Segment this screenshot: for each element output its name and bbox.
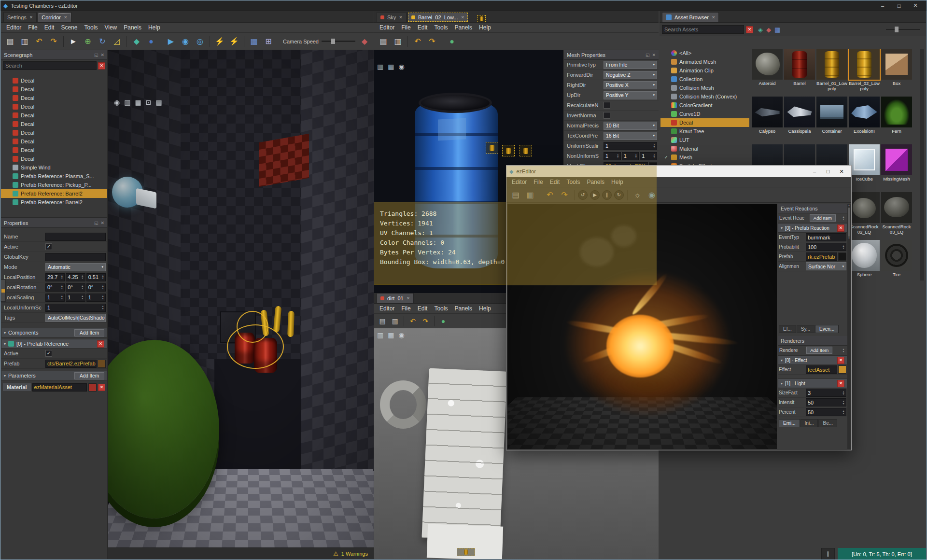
localscaling-spinner-1[interactable]: 1▴▾ <box>66 294 85 302</box>
close-tab-icon[interactable]: ✕ <box>29 15 33 20</box>
particle-menu-file[interactable]: File <box>530 178 546 186</box>
scale-icon[interactable]: ◿ <box>111 35 123 48</box>
intensit-spinner[interactable]: 50▴▾ <box>806 398 846 406</box>
add-renderer-button[interactable]: Add Item <box>806 347 832 354</box>
forwarddir-dropdown[interactable]: Negative Z▾ <box>604 71 657 79</box>
asset-type-collision-mesh-convex[interactable]: Collision Mesh (Convex) <box>660 92 749 101</box>
scene-menu-scene[interactable]: Scene <box>57 23 81 32</box>
scenegraph-item-decal[interactable]: Decal <box>1 102 107 111</box>
collapsed-panel-tab[interactable] <box>0 280 6 302</box>
material-thumbnail-button[interactable] <box>88 383 97 392</box>
thumbnail-icon[interactable]: ◉ <box>398 63 404 70</box>
scenegraph-item-decal[interactable]: Decal <box>1 154 107 163</box>
particle-menu-tools[interactable]: Tools <box>563 178 583 186</box>
localposition-spinner-0[interactable]: 29.7▴▾ <box>45 273 65 281</box>
asset-asteroid[interactable]: Asteroid <box>752 49 783 86</box>
prefab-browse-button[interactable] <box>838 252 846 261</box>
mesh-menu-editor[interactable]: Editor <box>376 23 398 32</box>
play-icon[interactable]: ▶ <box>165 35 177 48</box>
prefab-reference-component[interactable]: ▾ [0] - Prefab Reference ✕ <box>1 339 107 349</box>
scene-menu-panels[interactable]: Panels <box>120 23 145 32</box>
scrollbar[interactable]: ▲▼ <box>847 204 851 449</box>
scenegraph-item-prefab-reference-plasma-s[interactable]: Prefab Reference: Plasma_S... <box>1 172 107 181</box>
percent-spinner[interactable]: 50▴▾ <box>806 408 846 416</box>
normalprecis-dropdown[interactable]: 10 Bit▾ <box>604 122 657 130</box>
collapse-icon[interactable]: ▾ <box>781 226 783 230</box>
undo-icon[interactable]: ↶ <box>411 35 424 48</box>
pin-icon[interactable]: ◉ <box>646 189 658 201</box>
float-panel-icon[interactable]: ◱ <box>94 221 98 225</box>
texture-menu-file[interactable]: File <box>398 304 414 313</box>
scene-3d-viewport[interactable]: ◉▥▦⊡▤ ⚠ 1 Warnings <box>108 50 374 559</box>
localscaling-spinner-0[interactable]: 1▴▾ <box>45 294 65 302</box>
asset-missingmesh[interactable]: MissingMesh <box>881 144 912 182</box>
film-icon[interactable]: ▤ <box>155 98 162 106</box>
tab-dirt-01[interactable]: dirt_01 ✕ <box>377 293 414 303</box>
asset-type-colorgradient[interactable]: ColorGradient <box>660 101 749 110</box>
texture-menu-panels[interactable]: Panels <box>451 304 476 313</box>
close-panel-icon[interactable]: ✕ <box>652 53 656 57</box>
window-maximize-button[interactable]: □ <box>891 1 907 11</box>
redo-icon[interactable]: ↷ <box>426 35 438 48</box>
render-mode-icon[interactable]: ▥ <box>377 63 383 70</box>
light-renderer-item[interactable]: ▾ [1] - Light ✕ <box>778 378 847 388</box>
invertnorma-checkbox[interactable] <box>604 112 610 119</box>
asset-sphere[interactable]: Sphere <box>849 240 880 277</box>
scene-menu-help[interactable]: Help <box>145 23 164 32</box>
mesh-menu-help[interactable]: Help <box>476 23 494 32</box>
mode-dropdown[interactable]: Automatic▾ <box>45 263 106 271</box>
sizefact-spinner[interactable]: 3▴▾ <box>806 389 846 397</box>
globalkey-input[interactable] <box>45 253 106 261</box>
close-tab-icon[interactable]: ✕ <box>399 15 403 20</box>
window-close-button[interactable]: ✕ <box>835 167 848 176</box>
thumbnail-icon[interactable]: ◉ <box>398 331 404 339</box>
particle-preview-viewport[interactable] <box>507 204 777 449</box>
updir-dropdown[interactable]: Positive Y▾ <box>604 91 657 99</box>
prefab-reaction-item[interactable]: ▾ [0] - Prefab Reaction ✕ <box>778 223 847 233</box>
redo-icon[interactable]: ↷ <box>47 35 60 48</box>
scene-menu-view[interactable]: View <box>101 23 120 32</box>
collapse-icon[interactable]: ▾ <box>4 342 6 346</box>
add-parameter-button[interactable]: Add Item <box>74 372 104 379</box>
asset-barrel-01-lowpoly[interactable]: Barrel_01_Lowpoly <box>816 49 847 92</box>
asset-type-animated-mesh[interactable]: Animated Mesh <box>660 57 749 66</box>
collapse-icon[interactable]: ▾ <box>781 358 783 363</box>
undo-icon[interactable]: ↶ <box>544 189 556 201</box>
parameters-section[interactable]: ▾ Parameters Add Item <box>1 371 107 380</box>
close-tab-icon[interactable]: ✕ <box>712 15 716 20</box>
save-icon[interactable]: ▤ <box>509 189 522 201</box>
float-panel-icon[interactable]: ◱ <box>646 53 650 57</box>
scenegraph-item-decal[interactable]: Decal <box>1 137 107 146</box>
collapse-icon[interactable]: ▾ <box>4 374 6 378</box>
asset-icecube[interactable]: IceCube <box>849 144 880 182</box>
grid-icon[interactable]: ▦ <box>388 331 394 339</box>
scenegraph-item-decal[interactable]: Decal <box>1 128 107 137</box>
reorder-arrows-icon[interactable]: ▴▾ <box>841 216 846 221</box>
texcoordpre-dropdown[interactable]: 16 Bit▾ <box>604 132 657 140</box>
reorder-arrows-icon[interactable]: ▴▾ <box>841 348 846 353</box>
texture-menu-tools[interactable]: Tools <box>431 304 451 313</box>
tab-even[interactable]: Even... <box>815 325 839 333</box>
undo-icon[interactable]: ↶ <box>33 35 45 48</box>
remove-renderer-button[interactable]: ✕ <box>837 380 844 387</box>
globe-icon[interactable]: ● <box>145 35 157 48</box>
tab-be[interactable]: Be... <box>818 419 837 427</box>
localrotation-spinner-1[interactable]: 0°▴▾ <box>66 283 85 292</box>
effect-browse-button[interactable] <box>838 365 846 374</box>
particle-menu-edit[interactable]: Edit <box>547 178 563 186</box>
localuniformsc-spinner[interactable]: 1▴▾ <box>45 304 106 312</box>
play-button[interactable]: ▶ <box>590 190 600 200</box>
render-mode-icon[interactable]: ▥ <box>124 98 130 106</box>
globe-icon[interactable]: ● <box>446 35 458 48</box>
save-all-icon[interactable]: ▥ <box>18 35 31 48</box>
collapse-icon[interactable]: ▾ <box>781 381 783 386</box>
rotate-icon[interactable]: ↻ <box>96 35 109 48</box>
scenegraph-item-decal[interactable]: Decal <box>1 85 107 94</box>
window-maximize-button[interactable]: □ <box>821 167 835 176</box>
render-mode-icon[interactable]: ▥ <box>377 331 383 339</box>
tags-dropdown[interactable]: AutoColMesh|CastShadow▾ <box>45 314 106 322</box>
world-space-icon[interactable]: ◆ <box>130 35 143 48</box>
lightning-icon[interactable]: ⚡ <box>213 35 226 48</box>
grid-icon[interactable]: ▦ <box>388 63 394 70</box>
localscaling-spinner-2[interactable]: 1▴▾ <box>86 294 106 302</box>
